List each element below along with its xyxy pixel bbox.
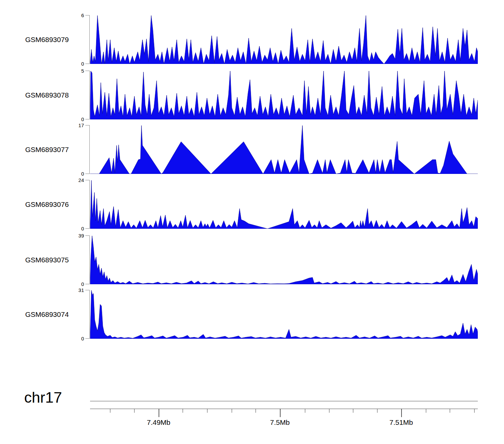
coverage-area-plot — [90, 125, 478, 174]
y-axis-bracket — [85, 71, 90, 119]
coverage-area-plot — [90, 15, 478, 64]
genome-axis-major-tick — [159, 409, 159, 417]
genome-axis-minor-tick — [426, 409, 426, 413]
coverage-track-row: GSM6893076240 — [0, 180, 504, 229]
genome-axis-minor-tick — [232, 409, 232, 413]
coverage-polygon — [90, 236, 478, 284]
genome-axis-bottom-line — [90, 409, 478, 409]
genome-axis-minor-tick — [182, 409, 183, 413]
track-label: GSM6893074 — [25, 290, 69, 339]
coverage-area-plot — [90, 290, 478, 339]
genome-axis-minor-tick — [353, 409, 353, 413]
track-label: GSM6893076 — [25, 180, 69, 229]
track-label: GSM6893075 — [25, 235, 69, 284]
y-axis-bracket — [85, 125, 90, 174]
coverage-polygon — [90, 15, 478, 64]
y-axis-zero-label: 0 — [67, 282, 84, 287]
coverage-polygon — [90, 290, 478, 339]
track-label: GSM6893079 — [25, 15, 69, 64]
y-axis-max-label: 31 — [67, 288, 84, 293]
genome-axis-tick-label: 7.49Mb — [138, 418, 179, 427]
y-axis-max-label: 5 — [67, 68, 84, 73]
coverage-track-row: GSM689307960 — [0, 15, 504, 64]
coverage-area-plot — [90, 235, 478, 284]
y-axis-max-label: 17 — [67, 123, 84, 128]
genome-axis-major-tick — [280, 409, 281, 417]
genome-axis-minor-tick — [474, 409, 475, 413]
coverage-track-row: GSM689307850 — [0, 71, 504, 119]
coverage-track-row: GSM6893075390 — [0, 235, 504, 284]
coverage-polygon — [90, 71, 478, 119]
track-label: GSM6893077 — [25, 125, 69, 174]
y-axis-bracket — [85, 180, 90, 229]
genome-axis-minor-tick — [110, 409, 111, 413]
coverage-track-row: GSM6893074310 — [0, 290, 504, 339]
coverage-area-plot — [90, 71, 478, 119]
y-axis-max-label: 24 — [67, 178, 84, 183]
genome-axis-minor-tick — [134, 409, 135, 413]
coverage-polygon — [90, 125, 478, 174]
genome-axis-minor-tick — [207, 409, 208, 413]
coverage-polygon — [90, 180, 478, 229]
genome-axis-minor-tick — [329, 409, 330, 413]
genome-axis-minor-tick — [255, 409, 256, 413]
y-axis-zero-label: 0 — [67, 61, 84, 66]
y-axis-zero-label: 0 — [67, 336, 84, 341]
y-axis-zero-label: 0 — [67, 171, 84, 176]
genome-axis-major-tick — [401, 409, 402, 417]
y-axis-max-label: 6 — [67, 13, 84, 18]
y-axis-bracket — [85, 15, 90, 64]
y-axis-max-label: 39 — [67, 233, 84, 238]
genome-axis-tick-label: 7.51Mb — [381, 418, 421, 427]
y-axis-bracket — [85, 235, 90, 284]
genome-axis: 7.49Mb7.5Mb7.51Mb — [90, 401, 478, 431]
y-axis-bracket — [85, 290, 90, 339]
genome-axis-tick-label: 7.5Mb — [260, 418, 300, 427]
coverage-track-row: GSM6893077170 — [0, 125, 504, 174]
track-label: GSM6893078 — [25, 71, 69, 119]
chromosome-label: chr17 — [24, 389, 62, 406]
genome-axis-minor-tick — [305, 409, 305, 413]
genome-axis-top-line — [90, 401, 478, 401]
coverage-plot-canvas: GSM689307960GSM689307850GSM6893077170GSM… — [0, 0, 504, 444]
genome-axis-minor-tick — [377, 409, 378, 413]
y-axis-zero-label: 0 — [67, 117, 84, 122]
y-axis-zero-label: 0 — [67, 226, 84, 231]
genome-axis-minor-tick — [450, 409, 450, 413]
coverage-area-plot — [90, 180, 478, 229]
